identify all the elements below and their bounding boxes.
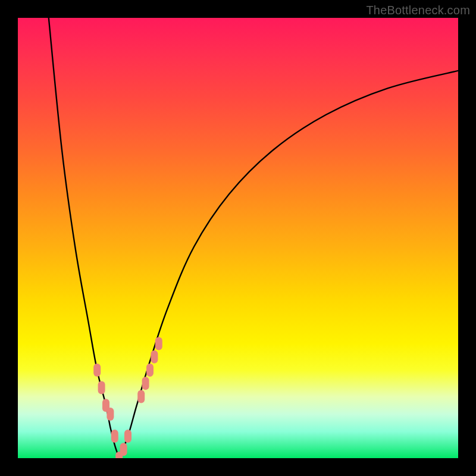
curve-right_branch	[119, 71, 458, 458]
data-marker	[98, 381, 105, 394]
curve-left_branch	[49, 18, 119, 458]
data-marker	[124, 430, 131, 443]
data-marker	[93, 364, 101, 377]
data-marker	[111, 430, 118, 443]
data-marker	[107, 408, 114, 421]
plot-area	[18, 18, 458, 458]
curve-layer	[18, 18, 458, 458]
data-marker	[146, 364, 154, 377]
data-marker	[155, 337, 162, 350]
data-marker	[142, 377, 149, 390]
chart-frame: TheBottleneck.com	[0, 0, 476, 476]
watermark-text: TheBottleneck.com	[366, 4, 470, 17]
data-marker	[120, 443, 127, 456]
data-marker	[137, 390, 145, 403]
data-marker	[151, 350, 158, 364]
